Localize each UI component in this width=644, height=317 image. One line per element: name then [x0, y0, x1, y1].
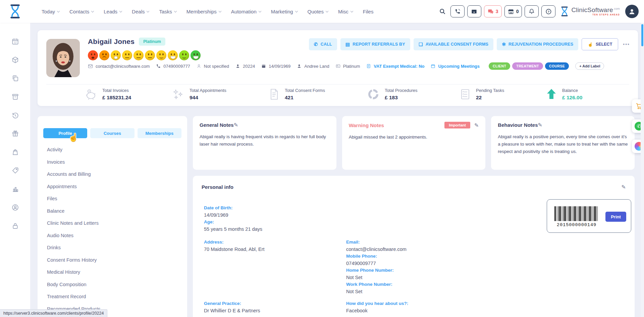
person-icon: [197, 64, 201, 68]
lock-icon[interactable]: [11, 222, 19, 230]
profile-menu-item[interactable]: Files: [47, 193, 187, 205]
label-pill[interactable]: TREATMENT: [512, 62, 543, 70]
nav-item[interactable]: Contacts: [69, 9, 94, 14]
main-nav: Today Contacts Leads Deals Tasks Members…: [42, 9, 373, 14]
mood-face[interactable]: [122, 50, 132, 60]
field-date-of-birth: Date of Birth:14/09/1969: [204, 205, 265, 219]
profile-menu-item[interactable]: Activity: [47, 144, 187, 156]
browser-status-bar: https://server3.clinicsoftware.com/clien…: [0, 309, 107, 317]
action-label: REPORT REFERRALS BY: [353, 42, 405, 47]
edit-pencil-icon[interactable]: ✎: [538, 122, 542, 128]
client-action-button[interactable]: ▤REPORT REFERRALS BY: [340, 38, 410, 50]
profile-menu-item[interactable]: Consent Forms History: [47, 254, 187, 266]
edit-pencil-icon[interactable]: ✎: [474, 122, 479, 128]
nav-item[interactable]: Automation: [231, 9, 261, 14]
nav-item[interactable]: Deals: [132, 9, 149, 14]
add-label-button[interactable]: + Add Label: [575, 62, 604, 70]
print-barcode-button[interactable]: Print: [605, 212, 626, 222]
scrollbar-thumb[interactable]: [641, 24, 643, 46]
nav-item[interactable]: Files: [363, 9, 374, 14]
mood-face[interactable]: [168, 50, 178, 60]
scrollbar-track[interactable]: [641, 23, 644, 317]
edit-pencil-icon[interactable]: ✎: [234, 122, 238, 128]
mood-face[interactable]: [156, 50, 166, 60]
calendar-icon: [261, 64, 266, 68]
profile-menu-item[interactable]: Balance: [47, 205, 187, 217]
user-avatar[interactable]: [625, 5, 639, 18]
mood-face[interactable]: [145, 50, 155, 60]
tier-badge: Platinum: [139, 38, 165, 46]
client-name: Abigail Jones: [88, 38, 135, 46]
note-text: Abigail missed the last 2 appointments.: [349, 134, 479, 141]
mood-face[interactable]: [88, 50, 98, 60]
messages-button[interactable]: 3: [484, 5, 502, 17]
calendar-icon[interactable]: 12: [11, 38, 19, 45]
upcoming-meetings-link[interactable]: Upcoming Meetings: [431, 64, 480, 69]
client-action-button[interactable]: ✆CALL: [309, 38, 337, 50]
nav-item[interactable]: Tasks: [159, 9, 176, 14]
brand-logo[interactable]: ClinicSoftware.com TEN STEPS AHEAD: [560, 6, 620, 17]
bell-icon: [529, 8, 535, 14]
user-badge-icon[interactable]: [11, 204, 19, 211]
inbox-button[interactable]: [467, 5, 481, 17]
bar-chart-icon[interactable]: [11, 185, 19, 193]
mood-face[interactable]: [133, 50, 144, 60]
mood-face[interactable]: [111, 50, 121, 60]
left-icon-sidebar: 12: [0, 23, 30, 317]
profile-menu-item[interactable]: Audio Notes: [47, 229, 187, 242]
phone-icon: [156, 64, 161, 68]
note-head: Warning Notes Important ✎: [349, 122, 479, 128]
client-action-button[interactable]: ❏AVAILABLE CONSENT FORMS: [414, 38, 493, 50]
select-button[interactable]: ☝SELECT: [582, 38, 618, 50]
client-photo[interactable]: [46, 39, 80, 77]
brand-hourglass-logo[interactable]: [0, 4, 30, 19]
nav-item[interactable]: Marketing: [271, 9, 298, 14]
nav-item[interactable]: Leads: [104, 9, 122, 14]
edit-pencil-icon[interactable]: ✎: [622, 184, 626, 190]
nav-item[interactable]: Misc: [338, 9, 353, 14]
vat-exempt-link[interactable]: VAT Exempt Medical: No: [366, 64, 424, 69]
contact-email[interactable]: contact@clinicsoftware.com: [88, 64, 150, 69]
help-button[interactable]: ?: [541, 5, 555, 17]
note-title: General Notes: [200, 122, 234, 128]
nav-item[interactable]: Quotes: [308, 9, 328, 14]
profile-menu-item[interactable]: Accounts and Billing: [47, 168, 187, 180]
profile-menu-item[interactable]: Medical History: [47, 266, 187, 278]
mood-face[interactable]: [99, 50, 109, 60]
brand-tld: .com: [613, 7, 620, 10]
phone-call-button[interactable]: [450, 5, 465, 17]
profile-menu-item[interactable]: Clinic Notes and Letters: [47, 217, 187, 229]
mood-face[interactable]: [191, 50, 201, 60]
client-action-button[interactable]: ✻REJUVENATION PROCEDURES: [497, 38, 578, 50]
package-icon[interactable]: [11, 56, 19, 64]
store-button[interactable]: 0: [504, 5, 522, 17]
copy-icon[interactable]: [11, 74, 19, 82]
nav-item[interactable]: Memberships: [186, 9, 221, 14]
tab[interactable]: Courses: [90, 128, 134, 138]
profile-menu-item[interactable]: Treatment Record: [47, 290, 187, 303]
tab[interactable]: Memberships: [138, 128, 181, 138]
history-icon[interactable]: [11, 111, 19, 119]
nav-item[interactable]: Today: [42, 9, 59, 14]
piggy-bank-icon: [85, 89, 97, 100]
action-label: AVAILABLE CONSENT FORMS: [426, 42, 488, 47]
search-icon[interactable]: [439, 8, 446, 15]
contact-plan: Platinum: [336, 64, 360, 69]
task-list-icon: [460, 88, 471, 100]
profile-menu-item[interactable]: Body Composition: [47, 278, 187, 291]
gift-icon[interactable]: [11, 130, 19, 138]
contact-phone[interactable]: 07490009777: [156, 64, 190, 69]
tab[interactable]: Profile: [43, 128, 87, 138]
tag-icon[interactable]: [11, 167, 19, 174]
shopping-bag-icon[interactable]: [11, 148, 19, 156]
profile-menu-item[interactable]: Appointments: [47, 180, 187, 193]
more-options-button[interactable]: •••: [623, 42, 630, 47]
profile-menu-item[interactable]: Invoices: [47, 156, 187, 168]
label-pill[interactable]: CLIENT: [489, 62, 510, 70]
label-pill[interactable]: COURSE: [545, 62, 569, 70]
archive-box-icon[interactable]: [11, 93, 19, 101]
profile-menu-item[interactable]: Drinks: [47, 242, 187, 254]
topbar-actions: 3 0 ? ClinicSoftware.com TEN S: [439, 5, 644, 18]
notifications-button[interactable]: [525, 5, 539, 17]
mood-face[interactable]: [179, 50, 189, 60]
